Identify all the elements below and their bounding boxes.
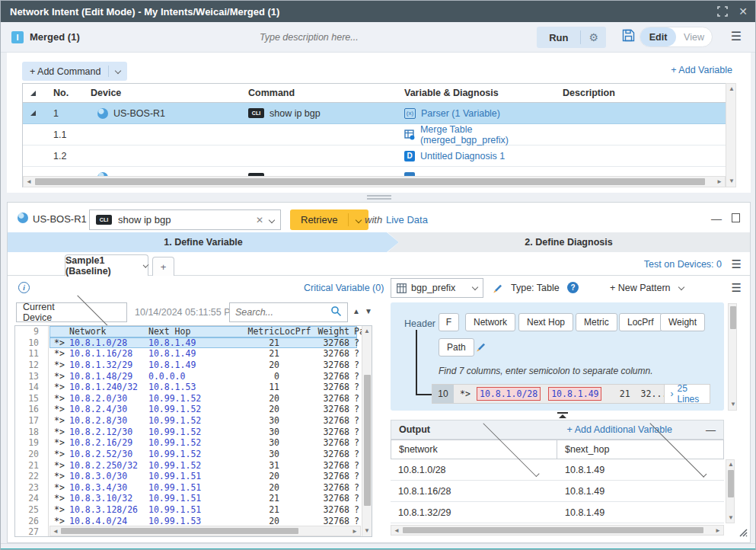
code-line[interactable]: 23*>10.8.3.4/3010.99.1.512032768? bbox=[15, 482, 372, 494]
table-hscrollbar[interactable]: ◄ ► bbox=[23, 176, 726, 187]
edit-variable-pencil-icon[interactable] bbox=[491, 282, 503, 297]
pattern-vscrollbar[interactable]: ▼ bbox=[728, 303, 737, 411]
edit-pattern-pencil-icon[interactable] bbox=[474, 341, 486, 356]
new-pattern-chevron-icon[interactable] bbox=[678, 284, 684, 290]
output-column-network[interactable]: $network bbox=[391, 440, 557, 459]
search-input[interactable] bbox=[235, 307, 330, 318]
code-line[interactable]: 12*>10.8.1.32/2910.8.1.492032768? bbox=[15, 360, 372, 371]
code-line[interactable]: 11*>10.8.1.16/2810.8.1.492132768? bbox=[15, 348, 372, 360]
variable-select-chevron-icon[interactable] bbox=[472, 284, 478, 290]
scroll-left-icon[interactable]: ◄ bbox=[394, 528, 400, 534]
add-command-chevron-icon[interactable] bbox=[109, 66, 127, 77]
parser-link[interactable]: Parser (1 Variable) bbox=[421, 108, 500, 119]
code-line[interactable]: 17*>10.8.2.8/3010.99.1.523032768? bbox=[15, 415, 372, 427]
add-variable-link[interactable]: + Add Variable bbox=[671, 65, 732, 75]
search-icon[interactable] bbox=[330, 305, 342, 320]
code-line[interactable]: 15*>10.8.2.0/3010.99.1.522032768? bbox=[15, 393, 372, 405]
scroll-down-icon[interactable]: ▼ bbox=[728, 515, 734, 521]
output-minimize-icon[interactable]: — bbox=[706, 424, 716, 436]
collapse-output-icon[interactable] bbox=[557, 412, 568, 418]
resize-grip-icon[interactable] bbox=[739, 526, 748, 540]
pattern-column-button[interactable]: Network bbox=[465, 313, 515, 331]
scroll-right-icon[interactable]: ► bbox=[716, 179, 723, 185]
add-command-button[interactable]: + Add Command bbox=[22, 62, 127, 81]
tab-define-diagnosis[interactable]: 2. Define Diagnosis bbox=[388, 232, 750, 252]
scroll-thumb[interactable] bbox=[403, 527, 703, 533]
new-pattern-button[interactable]: + New Pattern bbox=[610, 283, 684, 293]
sample-tab-chevron-icon[interactable] bbox=[142, 262, 148, 268]
output-vscrollbar[interactable]: ▲ ▼ bbox=[726, 459, 735, 523]
pattern-column-button[interactable]: Path bbox=[439, 338, 474, 357]
table-vscrollbar[interactable]: ▲ ▼ bbox=[726, 83, 736, 187]
live-data-link[interactable]: Live Data bbox=[386, 214, 428, 225]
close-icon[interactable]: ✕ bbox=[738, 5, 748, 18]
edit-toggle[interactable]: Edit bbox=[640, 27, 676, 46]
view-toggle[interactable]: View bbox=[676, 27, 712, 46]
scroll-right-icon[interactable]: ► bbox=[715, 528, 721, 534]
scroll-left-icon[interactable]: ◄ bbox=[26, 179, 32, 185]
panel-splitter[interactable] bbox=[367, 195, 391, 200]
search-prev-icon[interactable]: ▲ bbox=[352, 307, 360, 315]
minimize-icon[interactable]: — bbox=[711, 213, 722, 225]
code-line[interactable]: 19*>10.8.2.16/2910.99.1.523032768? bbox=[15, 437, 372, 449]
pattern-column-button[interactable]: Metric bbox=[576, 313, 617, 331]
scroll-thumb[interactable] bbox=[364, 375, 371, 506]
scroll-down-icon[interactable]: ▼ bbox=[730, 401, 736, 408]
search-box[interactable] bbox=[229, 302, 348, 322]
collapse-all-icon[interactable] bbox=[30, 91, 36, 96]
variable-select[interactable]: bgp_prefix bbox=[391, 278, 483, 298]
tab-define-variable[interactable]: 1. Define Variable bbox=[8, 232, 399, 252]
code-line[interactable]: 16*>10.8.2.4/3010.99.1.522032768? bbox=[15, 404, 372, 415]
code-line[interactable]: 21*>10.8.2.250/3210.99.1.523132768? bbox=[15, 460, 372, 472]
scroll-up-icon[interactable]: ▲ bbox=[364, 328, 370, 334]
scroll-thumb[interactable] bbox=[61, 528, 298, 534]
source-select[interactable]: Current Device bbox=[16, 302, 127, 322]
scroll-right-icon[interactable]: ► bbox=[352, 529, 358, 535]
pattern-menu-icon[interactable]: ☰ bbox=[732, 281, 742, 295]
code-line[interactable]: 14*>10.8.1.240/3210.8.1.531132768? bbox=[15, 382, 372, 393]
test-on-devices-link[interactable]: Test on Devices: 0 bbox=[644, 259, 722, 270]
output-column-nexthop[interactable]: $next_hop bbox=[557, 440, 724, 459]
scroll-down-icon[interactable]: ▼ bbox=[729, 178, 735, 184]
save-icon[interactable] bbox=[622, 29, 635, 45]
help-icon[interactable]: ? bbox=[567, 282, 579, 293]
pattern-sample-line[interactable]: 10 *> 10.8.1.0/28 10.8.1.49 21 32... › 2… bbox=[432, 384, 710, 404]
table-row[interactable]: 1.2 D Untitled Diagnosis 1 bbox=[23, 145, 735, 167]
add-sample-tab[interactable]: + bbox=[152, 257, 174, 276]
output-row[interactable]: 10.8.1.32/29 10.8.1.49 bbox=[391, 502, 724, 523]
scroll-thumb[interactable] bbox=[35, 178, 705, 185]
command-input[interactable]: CLI show ip bgp ✕ bbox=[89, 209, 281, 230]
command-dropdown-icon[interactable] bbox=[270, 213, 274, 227]
sample-menu-icon[interactable]: ☰ bbox=[732, 257, 742, 271]
description-input[interactable] bbox=[260, 28, 442, 46]
info-icon[interactable]: i bbox=[18, 282, 30, 293]
code-line[interactable]: 25*>10.8.3.128/2610.99.1.512132768? bbox=[15, 504, 372, 516]
scroll-left-icon[interactable]: ◄ bbox=[53, 529, 59, 535]
scroll-down-icon[interactable]: ▼ bbox=[364, 528, 370, 534]
retrieve-button[interactable]: Retrieve bbox=[290, 209, 368, 230]
code-line[interactable]: 24*>10.8.3.10/3210.99.1.512132768? bbox=[15, 493, 372, 504]
scroll-up-icon[interactable]: ▲ bbox=[729, 86, 735, 92]
run-settings-gear-icon[interactable]: ⚙ bbox=[581, 31, 606, 43]
scroll-up-icon[interactable]: ▲ bbox=[728, 462, 734, 468]
critical-variable-link[interactable]: Critical Variable (0) bbox=[304, 283, 384, 293]
pattern-column-button[interactable]: LocPrf bbox=[619, 313, 662, 331]
diagnosis-link[interactable]: Untitled Diagnosis 1 bbox=[420, 151, 505, 161]
lines-expand-link[interactable]: › 25 Lines bbox=[664, 385, 710, 403]
pattern-column-button[interactable]: F bbox=[439, 313, 459, 331]
run-button[interactable]: Run bbox=[537, 32, 580, 43]
row-collapse-icon[interactable] bbox=[30, 110, 36, 116]
code-line[interactable]: 22*>10.8.3.0/3010.99.1.512032768? bbox=[15, 471, 372, 482]
table-row[interactable]: 1 US-BOS-R1 CLI show ip bgp (x) Parser (… bbox=[23, 103, 735, 124]
pattern-column-button[interactable]: Next Hop bbox=[518, 313, 573, 331]
code-line[interactable]: 9NetworkNext HopMetricLocPrfWeightPath bbox=[15, 326, 372, 337]
scroll-thumb[interactable] bbox=[730, 306, 736, 329]
output-hscrollbar[interactable]: ◄ ► bbox=[391, 525, 724, 536]
search-next-icon[interactable]: ▼ bbox=[365, 307, 372, 315]
tab-sample-baseline[interactable]: Sample1 (Baseline) bbox=[65, 254, 148, 276]
maximize-icon[interactable] bbox=[732, 213, 740, 222]
output-row[interactable]: 10.8.1.0/28 10.8.1.49 bbox=[391, 459, 724, 481]
code-line[interactable]: 10*>10.8.1.0/2810.8.1.492132768? bbox=[15, 337, 372, 349]
output-row[interactable]: 10.8.1.16/28 10.8.1.49 bbox=[391, 481, 724, 502]
code-hscrollbar[interactable]: ◄ ► bbox=[49, 526, 361, 536]
